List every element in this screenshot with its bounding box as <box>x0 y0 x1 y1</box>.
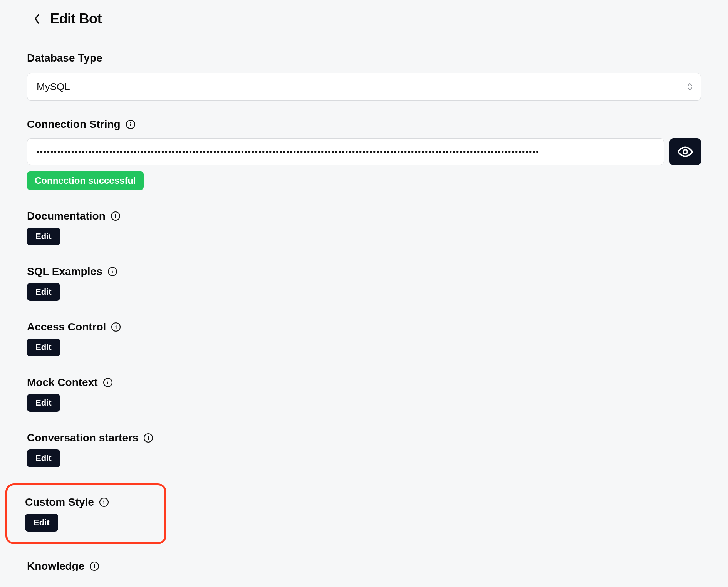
info-icon[interactable]: i <box>111 322 121 332</box>
info-icon[interactable]: i <box>99 498 109 507</box>
access-control-label-text: Access Control <box>27 321 106 333</box>
documentation-section: Documentation i Edit <box>27 210 701 245</box>
mock-context-label-text: Mock Context <box>27 376 98 389</box>
conversation-starters-label: Conversation starters i <box>27 432 701 444</box>
knowledge-label: Knowledge i <box>27 561 99 571</box>
info-icon[interactable]: i <box>90 562 99 571</box>
database-type-value: MySQL <box>37 81 70 93</box>
sql-examples-label-text: SQL Examples <box>27 265 102 278</box>
mock-context-section: Mock Context i Edit <box>27 376 701 412</box>
sql-examples-section: SQL Examples i Edit <box>27 265 701 301</box>
connection-string-label-text: Connection String <box>27 118 121 131</box>
knowledge-section: Knowledge i <box>27 561 701 571</box>
custom-style-edit-button[interactable]: Edit <box>25 514 58 532</box>
custom-style-label-text: Custom Style <box>25 496 94 508</box>
connection-string-label: Connection String i <box>27 118 701 131</box>
info-icon[interactable]: i <box>108 267 117 276</box>
reveal-password-button[interactable] <box>669 138 701 165</box>
documentation-label: Documentation i <box>27 210 701 222</box>
documentation-edit-button[interactable]: Edit <box>27 228 60 245</box>
connection-status-badge: Connection successful <box>27 171 144 190</box>
custom-style-section: Custom Style i Edit <box>25 496 147 532</box>
sql-examples-label: SQL Examples i <box>27 265 701 278</box>
connection-string-value: ••••••••••••••••••••••••••••••••••••••••… <box>37 148 539 156</box>
info-icon[interactable]: i <box>144 433 153 443</box>
custom-style-label: Custom Style i <box>25 496 147 508</box>
info-icon[interactable]: i <box>126 120 135 129</box>
connection-string-input[interactable]: ••••••••••••••••••••••••••••••••••••••••… <box>27 138 664 165</box>
mock-context-label: Mock Context i <box>27 376 701 389</box>
access-control-label: Access Control i <box>27 321 701 333</box>
conversation-starters-section: Conversation starters i Edit <box>27 432 701 467</box>
page-header: Edit Bot <box>0 0 728 39</box>
chevron-left-icon <box>34 13 40 24</box>
connection-string-field: Connection String i ••••••••••••••••••••… <box>27 118 701 190</box>
conversation-starters-edit-button[interactable]: Edit <box>27 449 60 467</box>
access-control-edit-button[interactable]: Edit <box>27 339 60 356</box>
access-control-section: Access Control i Edit <box>27 321 701 356</box>
documentation-label-text: Documentation <box>27 210 106 222</box>
back-button[interactable] <box>31 13 43 25</box>
conversation-starters-label-text: Conversation starters <box>27 432 138 444</box>
svg-point-0 <box>683 150 688 154</box>
mock-context-edit-button[interactable]: Edit <box>27 394 60 412</box>
eye-icon <box>678 144 693 159</box>
page-title: Edit Bot <box>50 11 102 27</box>
select-caret-icon <box>687 83 693 90</box>
knowledge-label-text: Knowledge <box>27 561 84 571</box>
custom-style-highlight: Custom Style i Edit <box>5 483 166 544</box>
sql-examples-edit-button[interactable]: Edit <box>27 283 60 301</box>
info-icon[interactable]: i <box>111 211 120 221</box>
info-icon[interactable]: i <box>103 378 112 387</box>
database-type-label: Database Type <box>27 52 701 64</box>
database-type-field: Database Type MySQL <box>27 52 701 101</box>
database-type-select[interactable]: MySQL <box>27 73 701 101</box>
